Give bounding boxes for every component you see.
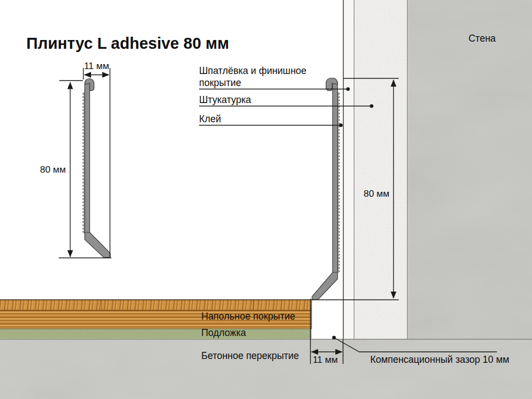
putty-leader-dot — [346, 87, 350, 91]
profile-height-dim-label: 80 мм — [40, 164, 66, 175]
page-title: Плинтус L adhesive 80 мм — [26, 35, 229, 52]
gap-leader-dot — [332, 336, 336, 340]
stucco-texture — [354, 0, 407, 339]
underlay-texture — [0, 329, 312, 339]
plaster-leader-dot — [370, 104, 373, 108]
concrete-wall-speckle — [407, 0, 532, 339]
floor-covering-face — [0, 300, 312, 310]
underlay-label: Подложка — [201, 327, 246, 338]
gap-note-label: Компенсационный зазор 10 мм — [370, 354, 510, 365]
glue-leader-dot — [339, 123, 343, 127]
putty-layer — [343, 0, 354, 339]
left-profile-bar — [85, 82, 90, 233]
glue-callout: Клей — [199, 113, 221, 124]
diagram-canvas: Плинтус L adhesive 80 мм 11 мм 80 мм Шпа… — [0, 0, 532, 399]
skirting-diagram: Плинтус L adhesive 80 мм 11 мм 80 мм Шпа… — [0, 0, 532, 399]
plaster-callout: Штукатурка — [199, 94, 251, 105]
installed-height-dim-label: 80 мм — [364, 189, 389, 199]
installed-profile-foot — [312, 272, 338, 300]
putty-callout-line2: покрытие — [199, 77, 241, 88]
base-dim-label: 11 мм — [313, 355, 338, 365]
installed-profile-bar — [333, 82, 338, 276]
floor-covering-label: Напольное покрытие — [201, 311, 295, 322]
installed-profile-serration — [338, 92, 341, 273]
putty-callout-line1: Шпатлёвка и финишное — [199, 65, 307, 76]
profile-width-dim-label: 11 мм — [84, 61, 109, 71]
left-profile-foot — [85, 232, 111, 258]
wall-label: Стена — [468, 33, 496, 44]
concrete-slab-speckle — [0, 339, 532, 399]
slab-label: Бетонное перекрытие — [201, 350, 299, 361]
left-profile-serration — [82, 92, 85, 233]
